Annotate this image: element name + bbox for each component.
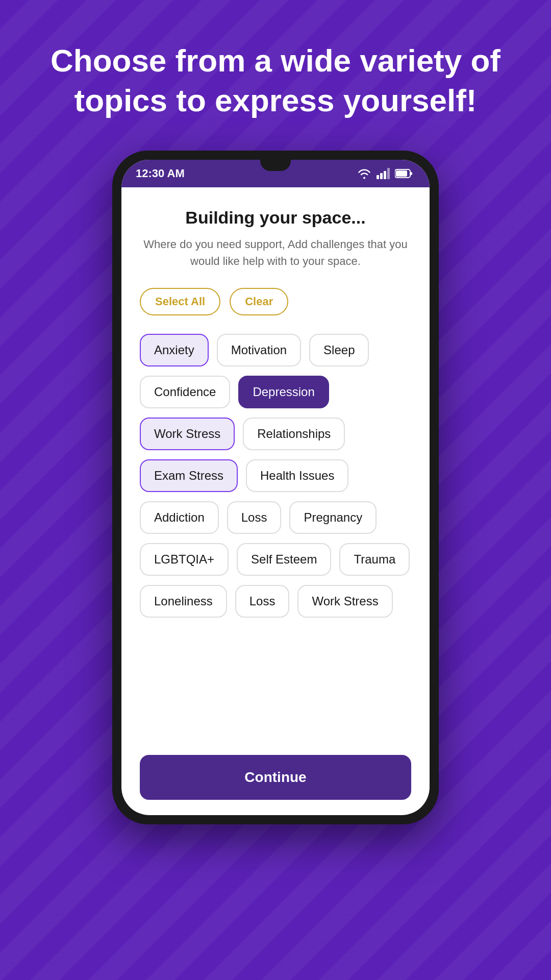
status-bar: 12:30 AM <box>121 160 430 187</box>
tags-row-4: AddictionLossPregnancy <box>140 501 411 534</box>
svg-rect-5 <box>410 172 412 175</box>
tag-addiction-4-0[interactable]: Addiction <box>140 501 219 534</box>
action-buttons: Select All Clear <box>140 288 411 315</box>
svg-rect-2 <box>384 171 386 179</box>
tags-row-5: LGBTQIA+Self EsteemTrauma <box>140 543 411 576</box>
continue-button[interactable]: Continue <box>140 755 411 800</box>
screen-title: Building your space... <box>140 208 411 228</box>
phone-screen: 12:30 AM <box>121 160 430 815</box>
select-all-button[interactable]: Select All <box>140 288 220 315</box>
status-icons <box>357 168 413 179</box>
screen-content: Building your space... Where do you need… <box>121 187 430 815</box>
tag-depression-1-1[interactable]: Depression <box>238 376 329 408</box>
svg-rect-0 <box>377 175 379 179</box>
tag-self-esteem-5-1[interactable]: Self Esteem <box>237 543 331 576</box>
tag-sleep-0-2[interactable]: Sleep <box>309 334 369 366</box>
battery-icon <box>395 168 413 179</box>
tag-loss-6-1[interactable]: Loss <box>235 585 290 618</box>
tag-exam-stress-3-0[interactable]: Exam Stress <box>140 459 238 492</box>
tag-health-issues-3-1[interactable]: Health Issues <box>246 459 348 492</box>
signal-icon <box>377 168 390 179</box>
tags-row-3: Exam StressHealth Issues <box>140 459 411 492</box>
clear-button[interactable]: Clear <box>230 288 288 315</box>
screen-subtitle: Where do you need support, Add challenge… <box>140 236 411 270</box>
tags-row-0: AnxietyMotivationSleep <box>140 334 411 366</box>
phone-wrapper: 12:30 AM <box>0 151 551 824</box>
tags-row-6: LonelinessLossWork Stress <box>140 585 411 618</box>
status-time: 12:30 AM <box>136 167 185 180</box>
tag-confidence-1-0[interactable]: Confidence <box>140 376 230 408</box>
tag-work-stress-2-0[interactable]: Work Stress <box>140 418 235 450</box>
tags-container: AnxietyMotivationSleepConfidenceDepressi… <box>140 334 411 740</box>
tags-row-1: ConfidenceDepression <box>140 376 411 408</box>
tag-work-stress-6-2[interactable]: Work Stress <box>297 585 392 618</box>
tag-lgbtqia+-5-0[interactable]: LGBTQIA+ <box>140 543 229 576</box>
tags-row-2: Work StressRelationships <box>140 418 411 450</box>
phone-frame: 12:30 AM <box>112 151 439 824</box>
tag-trauma-5-2[interactable]: Trauma <box>339 543 410 576</box>
tag-loss-4-1[interactable]: Loss <box>227 501 282 534</box>
tag-motivation-0-1[interactable]: Motivation <box>217 334 301 366</box>
hero-title: Choose from a wide variety of topics to … <box>0 0 551 140</box>
svg-rect-6 <box>396 170 407 177</box>
notch <box>260 160 291 171</box>
tag-pregnancy-4-2[interactable]: Pregnancy <box>289 501 377 534</box>
wifi-icon <box>357 168 371 179</box>
tag-loneliness-6-0[interactable]: Loneliness <box>140 585 227 618</box>
tag-anxiety-0-0[interactable]: Anxiety <box>140 334 209 366</box>
tag-relationships-2-1[interactable]: Relationships <box>243 418 345 450</box>
svg-rect-1 <box>380 173 383 179</box>
svg-rect-3 <box>387 168 390 179</box>
